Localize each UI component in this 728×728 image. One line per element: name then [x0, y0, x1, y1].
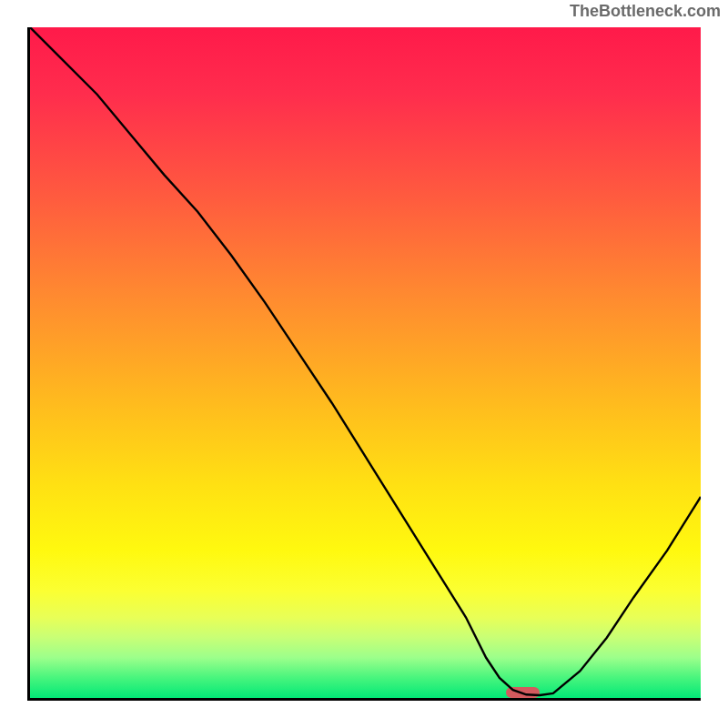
- curve-svg: [30, 27, 701, 698]
- attribution-watermark: TheBottleneck.com: [570, 2, 721, 21]
- bottleneck-curve-path: [30, 27, 701, 695]
- plot-area: [27, 27, 701, 701]
- chart-container: TheBottleneck.com: [0, 0, 728, 728]
